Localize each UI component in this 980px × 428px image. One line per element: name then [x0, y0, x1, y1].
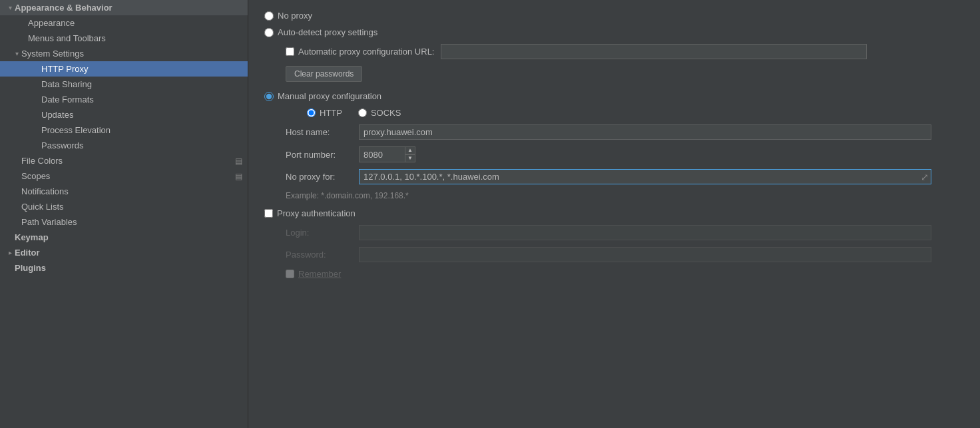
sidebar: ▾ Appearance & Behavior Appearance Menus…: [0, 0, 248, 428]
password-row: Password:: [264, 247, 964, 262]
http-radio[interactable]: [307, 108, 316, 117]
proxy-auth-checkbox[interactable]: [264, 209, 273, 218]
remember-row: Remember: [264, 269, 964, 279]
port-spinner-buttons: ▲ ▼: [405, 146, 415, 162]
sidebar-item-passwords[interactable]: Passwords: [0, 138, 248, 153]
sidebar-item-system-settings[interactable]: ▾ System Settings: [0, 46, 248, 61]
manual-proxy-label[interactable]: Manual proxy configuration: [278, 91, 381, 101]
chevron-down-icon: ▾: [5, 4, 15, 11]
sidebar-label-keymap: Keymap: [15, 232, 49, 242]
no-proxy-for-container: ⤢: [359, 169, 931, 184]
sidebar-item-file-colors[interactable]: File Colors ▤: [0, 153, 248, 168]
remember-text: Remember: [298, 269, 341, 279]
host-name-input[interactable]: [359, 124, 931, 140]
port-spinner: ▲ ▼: [359, 146, 415, 162]
http-label[interactable]: HTTP: [320, 108, 342, 118]
proxy-auth-checkbox-group[interactable]: Proxy authentication: [264, 208, 964, 218]
proxy-auth-label[interactable]: Proxy authentication: [277, 208, 356, 218]
sidebar-item-http-proxy[interactable]: HTTP Proxy: [0, 61, 248, 77]
sidebar-label-scopes: Scopes: [21, 171, 50, 181]
socks-label[interactable]: SOCKS: [371, 108, 401, 118]
sidebar-label-appearance: Appearance: [28, 18, 75, 28]
password-label: Password:: [286, 250, 359, 260]
protocol-options: HTTP SOCKS: [264, 108, 964, 118]
port-decrement-button[interactable]: ▼: [405, 154, 415, 162]
chevron-down-icon-system: ▾: [12, 50, 21, 57]
auto-config-checkbox[interactable]: [286, 47, 294, 56]
manual-proxy-radio-group[interactable]: Manual proxy configuration: [264, 91, 964, 101]
file-colors-icon: ▤: [235, 156, 242, 166]
auto-detect-radio[interactable]: [264, 28, 274, 37]
no-proxy-for-row: No proxy for: ⤢: [264, 169, 964, 184]
no-proxy-radio-group[interactable]: No proxy: [264, 11, 964, 21]
sidebar-item-appearance-behavior[interactable]: ▾ Appearance & Behavior: [0, 0, 248, 15]
sidebar-item-date-formats[interactable]: Date Formats: [0, 92, 248, 107]
auto-config-label[interactable]: Automatic proxy configuration URL:: [298, 47, 434, 57]
no-proxy-for-label: No proxy for:: [286, 172, 359, 182]
sidebar-label-file-colors: File Colors: [21, 156, 63, 166]
main-content: No proxy Auto-detect proxy settings Auto…: [248, 0, 980, 428]
sidebar-item-keymap[interactable]: Keymap: [0, 230, 248, 245]
no-proxy-radio[interactable]: [264, 11, 274, 21]
port-number-label: Port number:: [286, 150, 359, 160]
no-proxy-for-input[interactable]: [359, 169, 931, 184]
auto-config-checkbox-group[interactable]: Automatic proxy configuration URL:: [264, 44, 964, 59]
sidebar-label-http-proxy: HTTP Proxy: [41, 64, 89, 74]
sidebar-item-scopes[interactable]: Scopes ▤: [0, 168, 248, 184]
login-input[interactable]: [359, 225, 931, 240]
manual-proxy-radio[interactable]: [264, 92, 274, 101]
port-increment-button[interactable]: ▲: [405, 146, 415, 154]
host-name-label: Host name:: [286, 127, 359, 137]
http-radio-group[interactable]: HTTP: [307, 108, 342, 118]
sidebar-item-quick-lists[interactable]: Quick Lists: [0, 199, 248, 214]
chevron-right-icon-editor: ▸: [5, 249, 15, 256]
sidebar-label-system-settings: System Settings: [21, 49, 84, 59]
sidebar-item-editor[interactable]: ▸ Editor: [0, 245, 248, 260]
example-text: Example: *.domain.com, 192.168.*: [264, 191, 964, 200]
sidebar-label-data-sharing: Data Sharing: [41, 79, 92, 89]
port-number-row: Port number: ▲ ▼: [264, 146, 964, 162]
remember-checkbox[interactable]: [286, 270, 294, 278]
sidebar-label-path-variables: Path Variables: [21, 217, 77, 227]
sidebar-label-notifications: Notifications: [21, 186, 69, 196]
auto-detect-label[interactable]: Auto-detect proxy settings: [278, 27, 377, 37]
sidebar-item-plugins[interactable]: Plugins: [0, 260, 248, 276]
auto-config-url-input[interactable]: [441, 44, 867, 59]
sidebar-label-menus-toolbars: Menus and Toolbars: [28, 33, 106, 43]
sidebar-item-path-variables[interactable]: Path Variables: [0, 214, 248, 230]
password-input[interactable]: [359, 247, 931, 262]
sidebar-label-date-formats: Date Formats: [41, 95, 94, 105]
scopes-icon: ▤: [235, 172, 242, 181]
clear-passwords-row: Clear passwords: [264, 66, 964, 82]
login-row: Login:: [264, 225, 964, 240]
sidebar-label-plugins: Plugins: [15, 263, 46, 273]
sidebar-item-menus-toolbars[interactable]: Menus and Toolbars: [0, 31, 248, 46]
sidebar-label-editor: Editor: [15, 248, 40, 258]
sidebar-item-updates[interactable]: Updates: [0, 107, 248, 122]
sidebar-label-updates: Updates: [41, 110, 73, 120]
sidebar-item-notifications[interactable]: Notifications: [0, 184, 248, 199]
socks-radio-group[interactable]: SOCKS: [358, 108, 401, 118]
auto-detect-radio-group[interactable]: Auto-detect proxy settings: [264, 27, 964, 37]
socks-radio[interactable]: [358, 108, 367, 117]
sidebar-label-passwords: Passwords: [41, 140, 84, 150]
expand-icon[interactable]: ⤢: [921, 172, 929, 182]
sidebar-label-process-elevation: Process Elevation: [41, 125, 111, 135]
host-name-row: Host name:: [264, 124, 964, 140]
clear-passwords-button[interactable]: Clear passwords: [286, 66, 362, 82]
sidebar-item-data-sharing[interactable]: Data Sharing: [0, 77, 248, 92]
sidebar-item-appearance[interactable]: Appearance: [0, 15, 248, 31]
login-label: Login:: [286, 228, 359, 238]
port-input[interactable]: [359, 146, 405, 162]
sidebar-item-process-elevation[interactable]: Process Elevation: [0, 122, 248, 138]
sidebar-label-quick-lists: Quick Lists: [21, 202, 64, 212]
sidebar-section-label-appearance-behavior: Appearance & Behavior: [15, 3, 113, 13]
remember-label[interactable]: Remember: [298, 269, 341, 279]
no-proxy-label[interactable]: No proxy: [278, 11, 312, 21]
